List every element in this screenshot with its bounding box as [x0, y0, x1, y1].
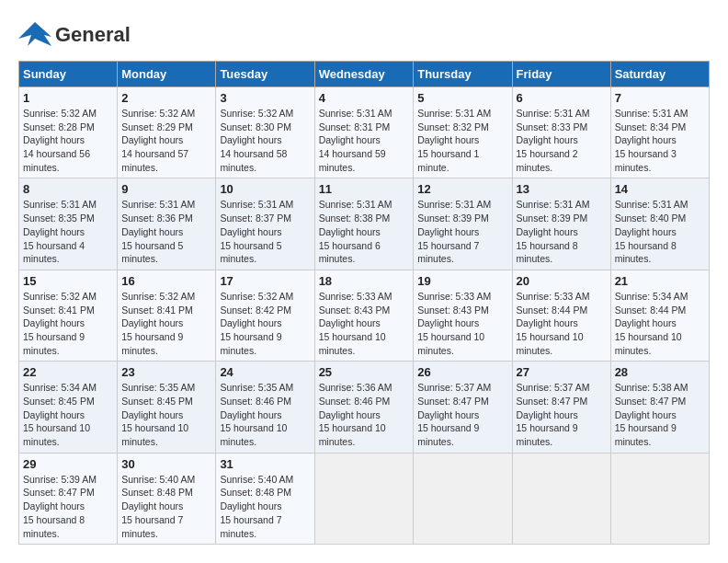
- day-number: 17: [220, 274, 310, 288]
- day-info: Sunrise: 5:37 AM Sunset: 8:47 PM Dayligh…: [417, 381, 507, 448]
- calendar-day-cell: 22 Sunrise: 5:34 AM Sunset: 8:45 PM Dayl…: [19, 362, 118, 453]
- calendar-day-header: Saturday: [610, 62, 709, 87]
- day-info: Sunrise: 5:40 AM Sunset: 8:48 PM Dayligh…: [121, 473, 211, 540]
- calendar-day-cell: 23 Sunrise: 5:35 AM Sunset: 8:45 PM Dayl…: [118, 362, 216, 453]
- day-info: Sunrise: 5:33 AM Sunset: 8:43 PM Dayligh…: [417, 290, 507, 357]
- day-number: 11: [319, 182, 410, 196]
- calendar-day-cell: [512, 453, 610, 544]
- day-info: Sunrise: 5:32 AM Sunset: 8:29 PM Dayligh…: [121, 107, 211, 174]
- calendar-day-cell: 10 Sunrise: 5:31 AM Sunset: 8:37 PM Dayl…: [216, 178, 314, 270]
- day-number: 26: [417, 365, 507, 379]
- day-number: 24: [220, 365, 310, 379]
- page-header: General: [18, 18, 710, 52]
- day-number: 25: [319, 365, 410, 379]
- day-number: 7: [615, 91, 705, 105]
- day-number: 13: [517, 182, 607, 196]
- day-info: Sunrise: 5:31 AM Sunset: 8:33 PM Dayligh…: [517, 107, 607, 174]
- day-number: 21: [615, 274, 705, 288]
- calendar-day-cell: 13 Sunrise: 5:31 AM Sunset: 8:39 PM Dayl…: [512, 178, 610, 270]
- calendar-week-row: 1 Sunrise: 5:32 AM Sunset: 8:28 PM Dayli…: [19, 87, 710, 178]
- calendar-table: SundayMondayTuesdayWednesdayThursdayFrid…: [18, 61, 710, 545]
- day-number: 19: [417, 274, 507, 288]
- calendar-day-cell: 25 Sunrise: 5:36 AM Sunset: 8:46 PM Dayl…: [314, 362, 414, 453]
- day-number: 29: [23, 457, 113, 471]
- day-number: 1: [23, 91, 113, 105]
- day-number: 28: [615, 365, 705, 379]
- day-info: Sunrise: 5:35 AM Sunset: 8:46 PM Dayligh…: [220, 381, 310, 448]
- day-number: 6: [517, 91, 607, 105]
- day-number: 16: [121, 274, 211, 288]
- calendar-week-row: 29 Sunrise: 5:39 AM Sunset: 8:47 PM Dayl…: [19, 453, 710, 544]
- day-number: 9: [121, 182, 211, 196]
- calendar-day-cell: 20 Sunrise: 5:33 AM Sunset: 8:44 PM Dayl…: [512, 270, 610, 361]
- day-number: 10: [220, 182, 310, 196]
- calendar-day-cell: 21 Sunrise: 5:34 AM Sunset: 8:44 PM Dayl…: [610, 270, 709, 361]
- calendar-day-cell: 7 Sunrise: 5:31 AM Sunset: 8:34 PM Dayli…: [610, 87, 709, 178]
- day-info: Sunrise: 5:33 AM Sunset: 8:44 PM Dayligh…: [517, 290, 607, 357]
- logo-bird-icon: [18, 18, 51, 52]
- day-info: Sunrise: 5:40 AM Sunset: 8:48 PM Dayligh…: [220, 473, 310, 540]
- day-info: Sunrise: 5:31 AM Sunset: 8:38 PM Dayligh…: [319, 198, 410, 265]
- calendar-day-cell: 30 Sunrise: 5:40 AM Sunset: 8:48 PM Dayl…: [118, 453, 216, 544]
- calendar-day-cell: [610, 453, 709, 544]
- calendar-day-cell: [414, 453, 512, 544]
- day-number: 3: [220, 91, 310, 105]
- calendar-week-row: 8 Sunrise: 5:31 AM Sunset: 8:35 PM Dayli…: [19, 178, 710, 270]
- day-number: 14: [615, 182, 705, 196]
- calendar-day-header: Thursday: [414, 62, 512, 87]
- calendar-day-cell: 9 Sunrise: 5:31 AM Sunset: 8:36 PM Dayli…: [118, 178, 216, 270]
- calendar-day-header: Wednesday: [314, 62, 414, 87]
- calendar-day-cell: [314, 453, 414, 544]
- calendar-day-cell: 8 Sunrise: 5:31 AM Sunset: 8:35 PM Dayli…: [19, 178, 118, 270]
- calendar-day-cell: 27 Sunrise: 5:37 AM Sunset: 8:47 PM Dayl…: [512, 362, 610, 453]
- calendar-day-cell: 3 Sunrise: 5:32 AM Sunset: 8:30 PM Dayli…: [216, 87, 314, 178]
- day-info: Sunrise: 5:32 AM Sunset: 8:42 PM Dayligh…: [220, 290, 310, 357]
- day-info: Sunrise: 5:32 AM Sunset: 8:30 PM Dayligh…: [220, 107, 310, 174]
- day-info: Sunrise: 5:31 AM Sunset: 8:39 PM Dayligh…: [417, 198, 507, 265]
- calendar-day-cell: 18 Sunrise: 5:33 AM Sunset: 8:43 PM Dayl…: [314, 270, 414, 361]
- day-number: 27: [517, 365, 607, 379]
- day-info: Sunrise: 5:31 AM Sunset: 8:37 PM Dayligh…: [220, 198, 310, 265]
- day-number: 30: [121, 457, 211, 471]
- calendar-day-cell: 24 Sunrise: 5:35 AM Sunset: 8:46 PM Dayl…: [216, 362, 314, 453]
- day-number: 18: [319, 274, 410, 288]
- day-info: Sunrise: 5:33 AM Sunset: 8:43 PM Dayligh…: [319, 290, 410, 357]
- calendar-week-row: 22 Sunrise: 5:34 AM Sunset: 8:45 PM Dayl…: [19, 362, 710, 453]
- svg-marker-0: [18, 22, 51, 46]
- calendar-day-header: Tuesday: [216, 62, 314, 87]
- day-info: Sunrise: 5:31 AM Sunset: 8:32 PM Dayligh…: [417, 107, 507, 174]
- day-number: 12: [417, 182, 507, 196]
- calendar-week-row: 15 Sunrise: 5:32 AM Sunset: 8:41 PM Dayl…: [19, 270, 710, 361]
- day-info: Sunrise: 5:35 AM Sunset: 8:45 PM Dayligh…: [121, 381, 211, 448]
- day-number: 15: [23, 274, 113, 288]
- calendar-day-cell: 12 Sunrise: 5:31 AM Sunset: 8:39 PM Dayl…: [414, 178, 512, 270]
- calendar-day-cell: 19 Sunrise: 5:33 AM Sunset: 8:43 PM Dayl…: [414, 270, 512, 361]
- day-info: Sunrise: 5:36 AM Sunset: 8:46 PM Dayligh…: [319, 381, 410, 448]
- calendar-day-cell: 2 Sunrise: 5:32 AM Sunset: 8:29 PM Dayli…: [118, 87, 216, 178]
- day-info: Sunrise: 5:34 AM Sunset: 8:44 PM Dayligh…: [615, 290, 705, 357]
- day-info: Sunrise: 5:31 AM Sunset: 8:31 PM Dayligh…: [319, 107, 410, 174]
- day-info: Sunrise: 5:31 AM Sunset: 8:39 PM Dayligh…: [517, 198, 607, 265]
- day-info: Sunrise: 5:31 AM Sunset: 8:40 PM Dayligh…: [615, 198, 705, 265]
- calendar-day-cell: 17 Sunrise: 5:32 AM Sunset: 8:42 PM Dayl…: [216, 270, 314, 361]
- calendar-day-cell: 6 Sunrise: 5:31 AM Sunset: 8:33 PM Dayli…: [512, 87, 610, 178]
- day-number: 5: [417, 91, 507, 105]
- day-number: 22: [23, 365, 113, 379]
- day-info: Sunrise: 5:31 AM Sunset: 8:35 PM Dayligh…: [23, 198, 113, 265]
- calendar-day-cell: 4 Sunrise: 5:31 AM Sunset: 8:31 PM Dayli…: [314, 87, 414, 178]
- calendar-day-cell: 29 Sunrise: 5:39 AM Sunset: 8:47 PM Dayl…: [19, 453, 118, 544]
- logo: General: [18, 18, 131, 52]
- calendar-day-cell: 5 Sunrise: 5:31 AM Sunset: 8:32 PM Dayli…: [414, 87, 512, 178]
- day-info: Sunrise: 5:31 AM Sunset: 8:36 PM Dayligh…: [121, 198, 211, 265]
- calendar-header-row: SundayMondayTuesdayWednesdayThursdayFrid…: [19, 62, 710, 87]
- day-info: Sunrise: 5:32 AM Sunset: 8:41 PM Dayligh…: [121, 290, 211, 357]
- calendar-day-cell: 14 Sunrise: 5:31 AM Sunset: 8:40 PM Dayl…: [610, 178, 709, 270]
- day-info: Sunrise: 5:38 AM Sunset: 8:47 PM Dayligh…: [615, 381, 705, 448]
- day-info: Sunrise: 5:31 AM Sunset: 8:34 PM Dayligh…: [615, 107, 705, 174]
- day-number: 20: [517, 274, 607, 288]
- day-info: Sunrise: 5:34 AM Sunset: 8:45 PM Dayligh…: [23, 381, 113, 448]
- calendar-day-header: Friday: [512, 62, 610, 87]
- calendar-day-cell: 31 Sunrise: 5:40 AM Sunset: 8:48 PM Dayl…: [216, 453, 314, 544]
- day-number: 8: [23, 182, 113, 196]
- calendar-day-cell: 28 Sunrise: 5:38 AM Sunset: 8:47 PM Dayl…: [610, 362, 709, 453]
